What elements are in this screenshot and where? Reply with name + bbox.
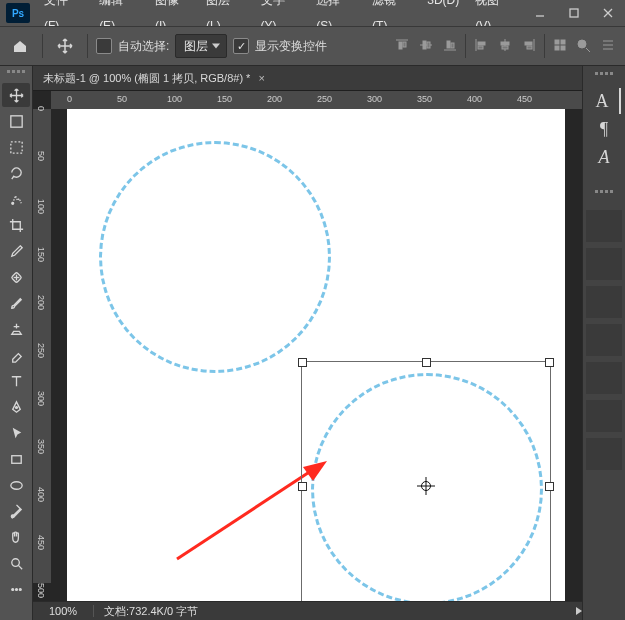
- character-panel-icon[interactable]: A: [587, 88, 621, 114]
- ruler-tick: 500: [36, 583, 46, 598]
- transform-handle-n[interactable]: [422, 358, 431, 367]
- svg-rect-17: [501, 42, 509, 45]
- ruler-tick: 400: [36, 487, 46, 502]
- 3d-mode-icon[interactable]: [573, 34, 595, 56]
- svg-point-45: [19, 588, 21, 590]
- svg-rect-32: [10, 141, 21, 152]
- transform-handle-ne[interactable]: [545, 358, 554, 367]
- type-tool[interactable]: [2, 369, 30, 393]
- collapsed-panel[interactable]: [586, 210, 622, 242]
- transform-handle-nw[interactable]: [298, 358, 307, 367]
- zoom-level[interactable]: 100%: [33, 605, 94, 617]
- align-bottom-icon[interactable]: [439, 34, 461, 56]
- gradient-tool[interactable]: [2, 499, 30, 523]
- transform-center-icon[interactable]: [417, 477, 435, 495]
- separator: [42, 34, 43, 58]
- align-top-icon[interactable]: [391, 34, 413, 56]
- canvas[interactable]: [51, 109, 582, 583]
- collapsed-panel[interactable]: [586, 248, 622, 280]
- right-panel: A ¶ A: [582, 66, 625, 620]
- svg-rect-9: [427, 42, 430, 48]
- separator: [465, 34, 466, 58]
- title-bar: Ps 文件(F) 编辑(E) 图像(I) 图层(L) 文字(Y) 选择(S) 滤…: [0, 0, 625, 26]
- zoom-tool[interactable]: [2, 551, 30, 575]
- crop-tool[interactable]: [2, 213, 30, 237]
- align-hcenter-icon[interactable]: [494, 34, 516, 56]
- align-right-icon[interactable]: [518, 34, 540, 56]
- move-tool[interactable]: [2, 83, 30, 107]
- paragraph-panel-icon[interactable]: ¶: [589, 116, 619, 142]
- svg-line-27: [586, 48, 590, 52]
- ruler-vertical[interactable]: 0 50 100 150 200 250 300 350 400 450 500: [33, 109, 52, 583]
- svg-rect-11: [447, 41, 450, 48]
- eraser-tool[interactable]: [2, 343, 30, 367]
- ruler-tick: 350: [36, 439, 46, 454]
- svg-rect-14: [478, 42, 485, 45]
- lasso-tool[interactable]: [2, 161, 30, 185]
- svg-rect-20: [525, 42, 532, 45]
- panel-grip[interactable]: [586, 72, 622, 80]
- status-doc-info[interactable]: 文档:732.4K/0 字节: [94, 604, 570, 619]
- align-vcenter-icon[interactable]: [415, 34, 437, 56]
- ruler-tick: 150: [36, 247, 46, 262]
- clone-stamp-tool[interactable]: [2, 317, 30, 341]
- collapsed-panel[interactable]: [586, 324, 622, 356]
- glyphs-panel-icon[interactable]: A: [589, 144, 619, 170]
- svg-rect-24: [555, 46, 559, 50]
- svg-rect-5: [399, 42, 402, 49]
- minimize-button[interactable]: [523, 0, 557, 26]
- transform-bounding-box[interactable]: [301, 361, 551, 601]
- ruler-tick: 100: [36, 199, 46, 214]
- auto-select-checkbox[interactable]: [96, 38, 112, 54]
- more-tools[interactable]: [2, 577, 30, 601]
- ellipse-tool[interactable]: [2, 473, 30, 497]
- svg-rect-12: [451, 43, 454, 48]
- collapsed-panel[interactable]: [586, 438, 622, 470]
- svg-point-40: [11, 514, 14, 517]
- svg-point-33: [11, 202, 13, 204]
- maximize-button[interactable]: [557, 0, 591, 26]
- page: [67, 109, 565, 601]
- marquee-tool[interactable]: [2, 135, 30, 159]
- collapsed-panel[interactable]: [586, 286, 622, 318]
- transform-handle-w[interactable]: [298, 482, 307, 491]
- work-area: 未标题-1 @ 100% (椭圆 1 拷贝, RGB/8#) * × 0 50 …: [0, 66, 625, 620]
- eyedropper-tool[interactable]: [2, 239, 30, 263]
- tools-grip[interactable]: [2, 70, 30, 78]
- ruler-horizontal[interactable]: 0 50 100 150 200 250 300 350 400 450: [51, 91, 582, 110]
- brush-tool[interactable]: [2, 291, 30, 315]
- move-tool-indicator[interactable]: [51, 32, 79, 60]
- pen-tool[interactable]: [2, 395, 30, 419]
- more-align-icon[interactable]: [549, 34, 571, 56]
- auto-select-dropdown[interactable]: 图层: [175, 34, 227, 58]
- svg-point-39: [10, 481, 21, 489]
- svg-point-43: [11, 588, 13, 590]
- panel-menu-icon[interactable]: [597, 34, 619, 56]
- svg-line-42: [18, 565, 22, 569]
- close-button[interactable]: [591, 0, 625, 26]
- collapsed-panel[interactable]: [586, 362, 622, 394]
- document-area: 未标题-1 @ 100% (椭圆 1 拷贝, RGB/8#) * × 0 50 …: [33, 66, 582, 620]
- document-tab[interactable]: 未标题-1 @ 100% (椭圆 1 拷贝, RGB/8#) * ×: [33, 66, 275, 90]
- ellipse-shape-1[interactable]: [99, 141, 331, 373]
- svg-point-37: [15, 406, 17, 408]
- show-transform-checkbox[interactable]: [233, 38, 249, 54]
- transform-handle-e[interactable]: [545, 482, 554, 491]
- path-select-tool[interactable]: [2, 421, 30, 445]
- collapsed-panel[interactable]: [586, 400, 622, 432]
- ruler-tick: 350: [417, 94, 432, 104]
- healing-brush-tool[interactable]: [2, 265, 30, 289]
- svg-rect-6: [403, 42, 406, 47]
- quick-select-tool[interactable]: [2, 187, 30, 211]
- rectangle-tool[interactable]: [2, 447, 30, 471]
- ruler-tick: 250: [317, 94, 332, 104]
- svg-rect-8: [423, 41, 426, 49]
- close-tab-icon[interactable]: ×: [258, 72, 264, 84]
- home-button[interactable]: [6, 32, 34, 60]
- panel-grip[interactable]: [586, 190, 622, 198]
- separator: [87, 34, 88, 58]
- svg-rect-15: [478, 46, 483, 49]
- align-left-icon[interactable]: [470, 34, 492, 56]
- hand-tool[interactable]: [2, 525, 30, 549]
- artboard-tool[interactable]: [2, 109, 30, 133]
